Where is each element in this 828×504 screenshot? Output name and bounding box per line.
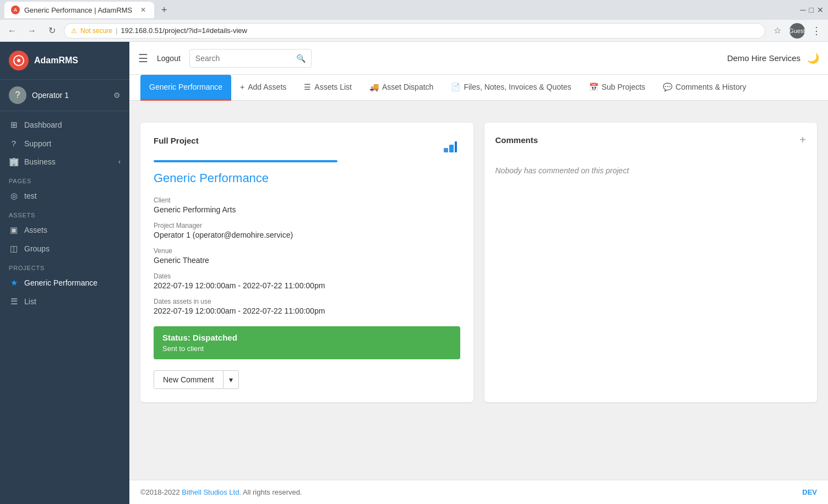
sidebar-item-groups[interactable]: ◫ Groups — [0, 239, 129, 258]
main-content: Full Project Generic Performance — [129, 101, 828, 480]
card-title: Full Project — [154, 136, 199, 145]
browser-nav: ← → ↻ ⚠ Not secure | 192.168.0.51/projec… — [0, 20, 828, 42]
svg-rect-2 — [444, 148, 448, 152]
tab-label: Sub Projects — [602, 83, 645, 91]
dispatch-icon: 🚚 — [369, 83, 379, 91]
tab-files-notes[interactable]: 📄 Files, Notes, Invoices & Quotes — [442, 75, 580, 101]
status-badge: Status: Dispatched Sent to client — [154, 326, 460, 359]
not-secure-label: Not secure — [80, 27, 112, 35]
sidebar-item-label: Support — [24, 139, 51, 148]
rights-text: All rights reserved. — [241, 488, 302, 496]
forward-button[interactable]: → — [24, 23, 40, 39]
sidebar-item-label: Assets — [24, 226, 47, 234]
url-text: 192.168.0.51/project/?id=1#details-view — [121, 26, 247, 35]
plus-icon: + — [240, 83, 244, 91]
reload-button[interactable]: ↻ — [44, 23, 59, 39]
tab-comments-history[interactable]: 💬 Comments & History — [654, 75, 755, 101]
manager-label: Project Manager — [154, 222, 460, 229]
bookmarks-button[interactable]: ☆ — [770, 23, 785, 39]
address-separator: | — [116, 26, 117, 35]
tab-add-assets[interactable]: + Add Assets — [231, 75, 295, 101]
company-link[interactable]: Bithell Studios Ltd. — [182, 488, 241, 496]
minimize-button[interactable]: ─ — [800, 6, 806, 14]
sidebar-nav: ⊞ Dashboard ? Support 🏢 Business ‹ PAGES… — [0, 111, 129, 504]
blue-underline — [154, 160, 337, 162]
assets-section-label: ASSETS — [0, 205, 129, 221]
app-logo — [9, 51, 29, 70]
profile-button[interactable]: Guest — [789, 23, 805, 39]
client-value: Generic Performing Arts — [154, 205, 460, 214]
tab-assets-list[interactable]: ☰ Assets List — [295, 75, 361, 101]
new-comment-dropdown-button[interactable]: ▾ — [224, 370, 239, 389]
sidebar-item-test[interactable]: ◎ test — [0, 187, 129, 205]
close-window-button[interactable]: ✕ — [817, 6, 824, 14]
search-icon: 🔍 — [296, 54, 306, 63]
venue-field: Venue Generic Theatre — [154, 247, 460, 265]
sidebar-item-support[interactable]: ? Support — [0, 134, 129, 152]
browser-menu-button[interactable]: ⋮ — [809, 23, 824, 39]
dates-assets-field: Dates assets in use 2022-07-19 12:00:00a… — [154, 298, 460, 315]
comment-icon: 💬 — [663, 83, 672, 91]
user-name: Operator 1 — [32, 91, 108, 100]
sidebar-item-assets[interactable]: ▣ Assets — [0, 221, 129, 239]
tab-generic-performance[interactable]: Generic Performance — [140, 75, 231, 101]
add-comment-button[interactable]: + — [799, 134, 806, 146]
copyright-text: ©2018-2022 — [140, 488, 182, 496]
maximize-button[interactable]: □ — [809, 6, 814, 14]
dates-assets-label: Dates assets in use — [154, 298, 460, 305]
sidebar-item-label: Dashboard — [24, 120, 62, 129]
user-settings-icon[interactable]: ⚙ — [113, 91, 121, 100]
logout-button[interactable]: Logout — [157, 54, 181, 63]
footer-copyright: ©2018-2022 Bithell Studios Ltd. All righ… — [140, 488, 302, 496]
right-panel: ☰ Logout 🔍 Demo Hire Services 🌙 Generic … — [129, 42, 828, 504]
tab-asset-dispatch[interactable]: 🚚 Asset Dispatch — [361, 75, 442, 101]
footer: ©2018-2022 Bithell Studios Ltd. All righ… — [129, 480, 828, 504]
new-comment-btn-group: New Comment ▾ — [154, 370, 460, 389]
back-button[interactable]: ← — [4, 23, 20, 39]
status-line: Status: Dispatched — [162, 333, 451, 342]
sidebar-item-list[interactable]: ☰ List — [0, 292, 129, 311]
new-comment-button[interactable]: New Comment — [154, 370, 224, 389]
browser-tab[interactable]: A Generic Performance | AdamRMS ✕ — [4, 2, 154, 18]
svg-rect-3 — [449, 145, 454, 152]
support-icon: ? — [9, 139, 19, 148]
brand-name: AdamRMS — [34, 56, 78, 65]
topbar-menu-icon[interactable]: ☰ — [138, 52, 148, 65]
content-grid: Full Project Generic Performance — [140, 123, 817, 402]
star-icon: ★ — [9, 278, 19, 288]
assets-icon: ▣ — [9, 225, 19, 235]
project-title: Generic Performance — [154, 171, 460, 185]
sidebar-item-business[interactable]: 🏢 Business ‹ — [0, 152, 129, 171]
list-icon: ☰ — [9, 297, 19, 306]
tab-close-button[interactable]: ✕ — [139, 6, 148, 14]
sidebar-item-dashboard[interactable]: ⊞ Dashboard — [0, 116, 129, 134]
client-field: Client Generic Performing Arts — [154, 196, 460, 214]
tab-sub-projects[interactable]: 📅 Sub Projects — [580, 75, 654, 101]
sidebar-item-label: Groups — [24, 244, 50, 253]
no-comments-message: Nobody has commented on this project — [495, 155, 807, 186]
sidebar-item-generic-performance[interactable]: ★ Generic Performance — [0, 273, 129, 292]
list-icon: ☰ — [304, 83, 311, 91]
manager-value: Operator 1 (operator@demohire.service) — [154, 231, 460, 239]
address-bar[interactable]: ⚠ Not secure | 192.168.0.51/project/?id=… — [64, 23, 765, 39]
security-warning-icon: ⚠ — [71, 27, 77, 35]
profile-label: Guest — [789, 28, 805, 34]
search-input[interactable] — [195, 54, 292, 63]
search-container: 🔍 — [189, 49, 312, 68]
comments-title: Comments — [495, 135, 538, 145]
project-card-header: Full Project — [154, 136, 460, 156]
tab-title: Generic Performance | AdamRMS — [24, 6, 132, 14]
manager-field: Project Manager Operator 1 (operator@dem… — [154, 222, 460, 239]
tab-label: Comments & History — [676, 83, 746, 91]
new-tab-button[interactable]: + — [156, 2, 172, 18]
tab-underline-red — [140, 99, 231, 101]
project-card-icon — [440, 136, 460, 156]
project-title-container: Generic Performance — [154, 171, 460, 185]
calendar-icon: 📅 — [589, 83, 598, 91]
comments-card-header: Comments + — [495, 134, 807, 146]
browser-chrome: A Generic Performance | AdamRMS ✕ + ─ □ … — [0, 0, 828, 20]
sidebar-item-label: Generic Performance — [24, 278, 97, 287]
dates-assets-value: 2022-07-19 12:00:00am - 2022-07-22 11:00… — [154, 306, 460, 315]
tab-favicon: A — [11, 6, 20, 14]
dark-mode-icon[interactable]: 🌙 — [807, 52, 819, 64]
